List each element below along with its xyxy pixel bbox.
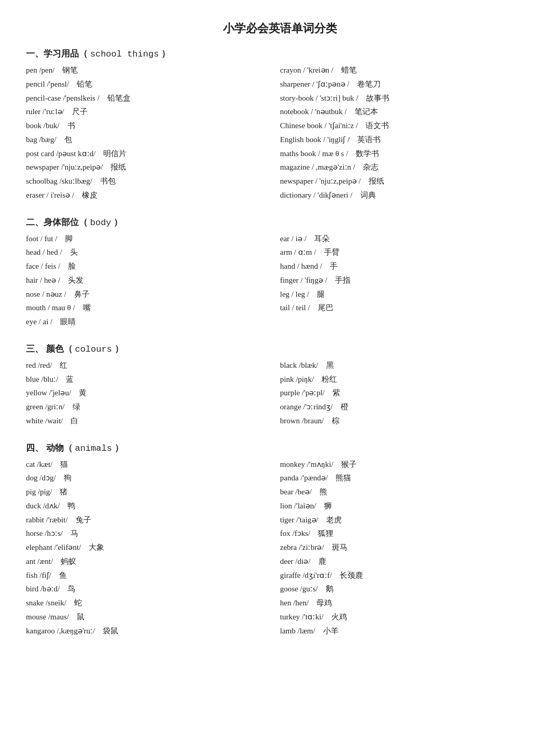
list-item: lamb /læm/ 小羊 bbox=[280, 625, 534, 638]
list-item: tiger /'taigə/ 老虎 bbox=[280, 514, 534, 527]
list-item: red /red/ 红 bbox=[26, 359, 280, 372]
list-item: zebra /'ziːbrə/ 斑马 bbox=[280, 541, 534, 554]
section-colours: 三、 颜色（ colours ）red /red/ 红blue /bluː/ 蓝… bbox=[26, 343, 534, 427]
columns-animals: cat /kæt/ 猫dog /dɔg/ 狗pig /pig/ 猪duck /d… bbox=[26, 458, 534, 638]
right-col-school-things: crayon / 'kreiən / 蜡笔sharpener / 'ʃɑːpən… bbox=[280, 64, 534, 202]
list-item: white /wait/ 白 bbox=[26, 414, 280, 427]
list-item: snake /sneik/ 蛇 bbox=[26, 597, 280, 610]
list-item: kangaroo /,kæŋgə'ruː/ 袋鼠 bbox=[26, 625, 280, 638]
list-item: newspaper /'njuːz,peipə/ 报纸 bbox=[26, 161, 280, 174]
right-col-colours: black /blæk/ 黑pink /piŋk/ 粉红purple /'pəː… bbox=[280, 359, 534, 427]
left-col-colours: red /red/ 红blue /bluː/ 蓝yellow /'jeləu/ … bbox=[26, 359, 280, 427]
list-item: fox /fɔks/ 狐狸 bbox=[280, 527, 534, 540]
list-item: ruler /'ruːlə/ 尺子 bbox=[26, 105, 280, 118]
list-item: book /buk/ 书 bbox=[26, 119, 280, 132]
section-title-school-things: 一、学习用品（ school things ） bbox=[26, 48, 534, 60]
list-item: finger / 'fiŋgə / 手指 bbox=[280, 274, 534, 287]
list-item: pig /pig/ 猪 bbox=[26, 486, 280, 499]
list-item: post card /pəust kɑːd/ 明信片 bbox=[26, 147, 280, 160]
list-item: magazine / ,mægə'ziːn / 杂志 bbox=[280, 161, 534, 174]
list-item: pencil /'pensl/ 铅笔 bbox=[26, 78, 280, 91]
list-item: purple /'pəːpl/ 紫 bbox=[280, 386, 534, 399]
list-item: deer /diə/ 鹿 bbox=[280, 555, 534, 568]
list-item: English book / 'iŋgliʃ / 英语书 bbox=[280, 133, 534, 146]
list-item: face / feis / 脸 bbox=[26, 260, 280, 273]
list-item: hand / hænd / 手 bbox=[280, 260, 534, 273]
list-item: hair / heə / 头发 bbox=[26, 274, 280, 287]
page-title: 小学必会英语单词分类 bbox=[26, 21, 534, 36]
section-title-body: 二、身体部位（ body ） bbox=[26, 216, 534, 228]
list-item: mouth / mau θ / 嘴 bbox=[26, 301, 280, 314]
list-item: bag /bæg/ 包 bbox=[26, 133, 280, 146]
list-item: blue /bluː/ 蓝 bbox=[26, 373, 280, 386]
list-item: lion /'laiən/ 狮 bbox=[280, 500, 534, 513]
list-item: hen /hen/ 母鸡 bbox=[280, 597, 534, 610]
list-item: giraffe /dʒi'rɑːf/ 长颈鹿 bbox=[280, 569, 534, 582]
left-col-animals: cat /kæt/ 猫dog /dɔg/ 狗pig /pig/ 猪duck /d… bbox=[26, 458, 280, 638]
list-item: eraser / i'reisə / 橡皮 bbox=[26, 189, 280, 202]
list-item: horse /hɔːs/ 马 bbox=[26, 527, 280, 540]
list-item: head / hed / 头 bbox=[26, 246, 280, 259]
list-item: duck /dʌk/ 鸭 bbox=[26, 500, 280, 513]
section-title-colours: 三、 颜色（ colours ） bbox=[26, 343, 534, 355]
list-item: eye / ai / 眼睛 bbox=[26, 315, 280, 328]
list-item: crayon / 'kreiən / 蜡笔 bbox=[280, 64, 534, 77]
section-school-things: 一、学习用品（ school things ）pen /pen/ 钢笔penci… bbox=[26, 48, 534, 202]
list-item: monkey /'mʌŋki/ 猴子 bbox=[280, 458, 534, 471]
list-item: dog /dɔg/ 狗 bbox=[26, 472, 280, 485]
list-item: rabbit /'ræbit/ 兔子 bbox=[26, 514, 280, 527]
list-item: tail / teil / 尾巴 bbox=[280, 301, 534, 314]
list-item: panda /'pændə/ 熊猫 bbox=[280, 472, 534, 485]
list-item: pencil-case /'penslkeis / 铅笔盒 bbox=[26, 92, 280, 105]
list-item: bird /bəːd/ 鸟 bbox=[26, 583, 280, 596]
list-item: pen /pen/ 钢笔 bbox=[26, 64, 280, 77]
list-item: turkey /'tɑːki/ 火鸡 bbox=[280, 611, 534, 624]
left-col-school-things: pen /pen/ 钢笔pencil /'pensl/ 铅笔pencil-cas… bbox=[26, 64, 280, 202]
list-item: cat /kæt/ 猫 bbox=[26, 458, 280, 471]
list-item: maths book / mæ θ s / 数学书 bbox=[280, 147, 534, 160]
list-item: story-book / 'stɔːri] buk / 故事书 bbox=[280, 92, 534, 105]
list-item: fish /fiʃ/ 鱼 bbox=[26, 569, 280, 582]
list-item: orange /'ɔːrindʒ/ 橙 bbox=[280, 400, 534, 413]
list-item: nose / nəuz / 鼻子 bbox=[26, 288, 280, 301]
list-item: pink /piŋk/ 粉红 bbox=[280, 373, 534, 386]
columns-body: foot / fut / 脚head / hed / 头face / feis … bbox=[26, 232, 534, 328]
list-item: green /griːn/ 绿 bbox=[26, 400, 280, 413]
right-col-body: ear / iə / 耳朵arm / ɑːm / 手臂hand / hænd /… bbox=[280, 232, 534, 328]
right-col-animals: monkey /'mʌŋki/ 猴子panda /'pændə/ 熊猫bear … bbox=[280, 458, 534, 638]
list-item: schoolbag /skuːlbæg/ 书包 bbox=[26, 175, 280, 188]
list-item: ant /ænt/ 蚂蚁 bbox=[26, 555, 280, 568]
columns-school-things: pen /pen/ 钢笔pencil /'pensl/ 铅笔pencil-cas… bbox=[26, 64, 534, 202]
left-col-body: foot / fut / 脚head / hed / 头face / feis … bbox=[26, 232, 280, 328]
section-body: 二、身体部位（ body ）foot / fut / 脚head / hed /… bbox=[26, 216, 534, 328]
list-item: mouse /maus/ 鼠 bbox=[26, 611, 280, 624]
columns-colours: red /red/ 红blue /bluː/ 蓝yellow /'jeləu/ … bbox=[26, 359, 534, 427]
list-item: newspaper / 'njuːz,peipə / 报纸 bbox=[280, 175, 534, 188]
list-item: ear / iə / 耳朵 bbox=[280, 232, 534, 245]
list-item: dictionary / 'dikʃəneri / 词典 bbox=[280, 189, 534, 202]
list-item: foot / fut / 脚 bbox=[26, 232, 280, 245]
list-item: goose /guːs/ 鹅 bbox=[280, 583, 534, 596]
list-item: yellow /'jeləu/ 黄 bbox=[26, 386, 280, 399]
list-item: brown /braun/ 棕 bbox=[280, 414, 534, 427]
list-item: Chinese book / 'tʃai'niːz / 语文书 bbox=[280, 119, 534, 132]
list-item: sharpener / 'ʃɑːpənə / 卷笔刀 bbox=[280, 78, 534, 91]
section-title-animals: 四、 动物（ animals ） bbox=[26, 442, 534, 454]
list-item: arm / ɑːm / 手臂 bbox=[280, 246, 534, 259]
list-item: notebook / 'nəutbuk / 笔记本 bbox=[280, 105, 534, 118]
section-animals: 四、 动物（ animals ）cat /kæt/ 猫dog /dɔg/ 狗pi… bbox=[26, 442, 534, 638]
list-item: elephant /'elifənt/ 大象 bbox=[26, 541, 280, 554]
list-item: black /blæk/ 黑 bbox=[280, 359, 534, 372]
list-item: leg / leg / 腿 bbox=[280, 288, 534, 301]
list-item: bear /beə/ 熊 bbox=[280, 486, 534, 499]
